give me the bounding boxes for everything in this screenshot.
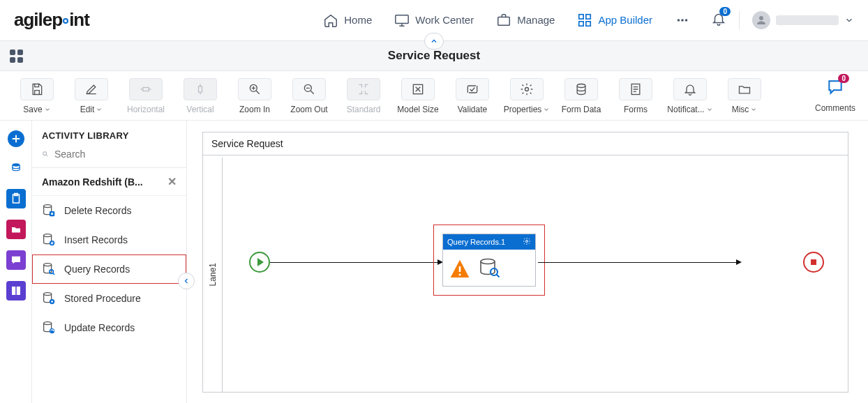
forms-button[interactable] bbox=[619, 78, 652, 100]
db-delete-icon bbox=[40, 203, 57, 218]
zoom-out-button[interactable] bbox=[292, 78, 326, 100]
collapse-panel-button[interactable] bbox=[178, 273, 195, 289]
page-title: Service Request bbox=[388, 49, 480, 63]
svg-rect-22 bbox=[16, 287, 20, 295]
lib-item-label: Insert Records bbox=[64, 234, 128, 245]
lib-item-query-records[interactable]: Query Records bbox=[32, 254, 186, 284]
model-size-button[interactable] bbox=[401, 78, 435, 100]
standard-label: Standard bbox=[347, 105, 381, 114]
svg-point-15 bbox=[525, 88, 529, 91]
apps-icon bbox=[577, 13, 592, 28]
briefcase-icon bbox=[496, 13, 511, 28]
connector-2[interactable] bbox=[538, 262, 740, 263]
close-icon[interactable]: ✕ bbox=[167, 175, 177, 188]
misc-button[interactable] bbox=[728, 78, 761, 100]
save-icon bbox=[30, 82, 44, 96]
more-icon bbox=[675, 13, 690, 28]
svg-rect-3 bbox=[586, 14, 590, 18]
standard-icon bbox=[357, 82, 371, 96]
model-size-label: Model Size bbox=[397, 105, 438, 114]
nav-manage[interactable]: Manage bbox=[496, 13, 555, 28]
grip-icon[interactable] bbox=[10, 50, 23, 63]
rail-chat-icon[interactable] bbox=[6, 250, 26, 270]
nav-home[interactable]: Home bbox=[323, 13, 372, 28]
vertical-button bbox=[184, 78, 217, 100]
lib-item-stored-procedure[interactable]: Stored Procedure bbox=[32, 284, 186, 313]
activity-gear-icon[interactable] bbox=[523, 237, 531, 247]
nav-work-center[interactable]: Work Center bbox=[394, 13, 474, 28]
properties-button[interactable] bbox=[510, 78, 544, 100]
brand-logo: agilepint bbox=[14, 9, 89, 31]
vertical-label: Vertical bbox=[186, 105, 214, 114]
comments-button[interactable]: 0 Comments bbox=[815, 78, 855, 113]
rail-database-icon[interactable] bbox=[6, 158, 26, 178]
activity-query-records[interactable]: Query Records.1 bbox=[442, 234, 536, 287]
rail-clipboard-icon[interactable] bbox=[6, 189, 26, 208]
monitor-icon bbox=[394, 13, 410, 28]
nav-app-builder[interactable]: App Builder bbox=[577, 13, 652, 28]
chevron-down-icon bbox=[844, 15, 854, 25]
svg-point-26 bbox=[44, 234, 52, 237]
svg-rect-21 bbox=[12, 287, 15, 295]
validate-icon bbox=[465, 82, 479, 96]
svg-point-30 bbox=[44, 293, 52, 296]
activity-label: Query Records.1 bbox=[447, 238, 505, 246]
nav-manage-label: Manage bbox=[517, 14, 555, 26]
svg-rect-5 bbox=[586, 21, 590, 25]
end-node[interactable] bbox=[803, 252, 824, 273]
lib-item-insert-records[interactable]: Insert Records bbox=[32, 225, 186, 254]
activity-body-icon bbox=[477, 257, 502, 279]
zoom-in-button[interactable] bbox=[238, 78, 271, 100]
svg-rect-38 bbox=[459, 266, 461, 272]
process-canvas[interactable]: Service Request Lane1 Query Records.1 bbox=[202, 132, 848, 393]
svg-point-6 bbox=[678, 19, 680, 22]
form-icon bbox=[629, 82, 643, 96]
nav-more[interactable] bbox=[675, 13, 690, 28]
lib-item-label: Query Records bbox=[64, 264, 130, 275]
horizontal-icon bbox=[139, 82, 153, 96]
lib-item-delete-records[interactable]: Delete Records bbox=[32, 196, 186, 225]
svg-point-18 bbox=[12, 163, 20, 167]
form-data-label: Form Data bbox=[562, 105, 601, 114]
rail-grid-icon[interactable] bbox=[6, 281, 26, 301]
arrow-2 bbox=[736, 259, 742, 265]
home-icon bbox=[323, 13, 338, 28]
form-data-button[interactable] bbox=[564, 78, 598, 100]
database-icon bbox=[574, 82, 588, 96]
svg-point-24 bbox=[44, 205, 52, 208]
validate-button[interactable] bbox=[456, 78, 489, 100]
connector-1[interactable] bbox=[270, 262, 442, 263]
zoom-out-label: Zoom Out bbox=[290, 105, 327, 114]
rail-add-button[interactable] bbox=[8, 130, 24, 147]
search-input[interactable] bbox=[54, 149, 177, 160]
lib-item-label: Stored Procedure bbox=[64, 293, 141, 304]
notifications-label: Notificat... bbox=[667, 105, 704, 114]
avatar bbox=[752, 11, 770, 29]
standard-button bbox=[347, 78, 380, 100]
db-query-icon bbox=[40, 261, 57, 277]
lib-item-update-records[interactable]: Update Records bbox=[32, 313, 186, 342]
zoom-in-icon bbox=[248, 82, 262, 96]
start-node[interactable] bbox=[249, 252, 270, 273]
properties-label: Properties bbox=[504, 105, 542, 114]
activity-highlight: Query Records.1 bbox=[433, 225, 545, 296]
svg-point-23 bbox=[43, 152, 47, 155]
bell2-icon bbox=[683, 82, 697, 96]
lane[interactable]: Lane1 bbox=[203, 158, 223, 392]
rail-folder-icon[interactable] bbox=[6, 220, 26, 239]
library-header: ACTIVITY LIBRARY bbox=[32, 121, 186, 148]
save-button[interactable] bbox=[20, 78, 54, 100]
svg-point-9 bbox=[759, 16, 763, 20]
collapse-header-button[interactable] bbox=[424, 33, 444, 50]
svg-point-32 bbox=[51, 301, 53, 303]
svg-rect-0 bbox=[396, 15, 408, 23]
edit-button[interactable] bbox=[75, 78, 108, 100]
nav-work-center-label: Work Center bbox=[415, 14, 474, 26]
zoom-out-icon bbox=[302, 82, 316, 96]
user-menu[interactable] bbox=[752, 11, 854, 29]
notifications-button[interactable] bbox=[673, 78, 707, 100]
svg-point-33 bbox=[44, 322, 52, 325]
username bbox=[776, 15, 839, 25]
notifications-bell[interactable]: 0 bbox=[711, 11, 726, 29]
svg-rect-10 bbox=[143, 88, 149, 91]
